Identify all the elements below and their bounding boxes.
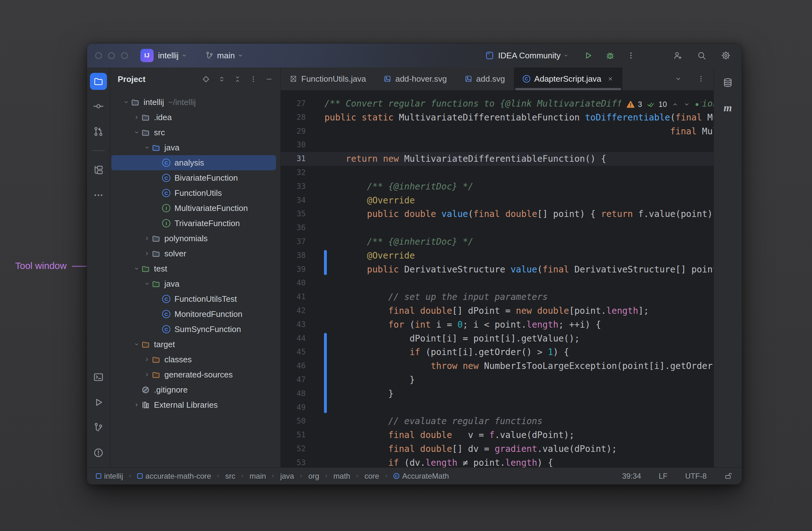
tree-open-chevron-icon[interactable] — [142, 144, 152, 151]
tree-item-functionutils[interactable]: CFunctionUtils — [111, 186, 276, 201]
commit-tool-button[interactable] — [91, 99, 105, 113]
tree-item-label: MonitoredFunction — [174, 309, 242, 319]
tree-item-src[interactable]: src — [111, 125, 276, 140]
tree-open-chevron-icon[interactable] — [132, 265, 141, 272]
project-tool-button[interactable] — [90, 73, 107, 90]
collapse-all-button[interactable] — [234, 75, 241, 83]
tree-item-multivariatefunction[interactable]: IMultivariateFunction — [111, 201, 276, 216]
terminal-tool-button[interactable] — [91, 370, 105, 384]
tree-item-java[interactable]: java — [111, 276, 276, 291]
maven-tool-button[interactable]: m — [721, 101, 735, 115]
next-problem-button[interactable] — [683, 101, 690, 108]
code-line-40 — [303, 276, 714, 290]
hide-panel-button[interactable] — [265, 75, 273, 83]
breadcrumb-separator-icon — [128, 473, 133, 479]
terminal-icon — [93, 372, 104, 383]
hidden-tabs-chevron-icon[interactable] — [675, 75, 682, 83]
inspections-widget[interactable]: 3 10 — [621, 98, 701, 111]
tree-item-polynomials[interactable]: polynomials — [111, 231, 276, 246]
tree-item-classes[interactable]: classes — [111, 352, 276, 367]
tree-closed-chevron-icon[interactable] — [142, 356, 152, 363]
tree-item--gitignore[interactable]: .gitignore — [111, 382, 276, 397]
run-tool-button[interactable] — [91, 395, 105, 409]
search-everywhere-button[interactable] — [697, 51, 706, 60]
previous-problem-button[interactable] — [672, 101, 679, 108]
tree-item-target[interactable]: target — [111, 337, 276, 352]
main-area: Project intellij~/intellij.ideasrcjavaCa… — [87, 68, 742, 467]
database-icon — [722, 77, 733, 88]
tree-item-external-libraries[interactable]: External Libraries — [111, 397, 276, 412]
expand-all-button[interactable] — [218, 75, 226, 83]
window-zoom-button[interactable] — [121, 52, 128, 59]
breadcrumb-separator-icon — [354, 473, 360, 479]
window-minimize-button[interactable] — [108, 52, 115, 59]
intellij-logo-icon: IJ — [140, 49, 154, 62]
tab-add-svg[interactable]: add.svg — [456, 68, 514, 90]
tab-adapterscript-java[interactable]: CAdapterScript.java — [514, 68, 622, 90]
tree-item-intellij[interactable]: intellij~/intellij — [111, 94, 276, 110]
debug-button[interactable] — [605, 51, 615, 60]
settings-gear-button[interactable] — [721, 50, 731, 61]
breadcrumbs: intellijaccurate-math-coresrcmainjavaorg… — [96, 472, 449, 481]
tree-open-chevron-icon[interactable] — [121, 99, 131, 105]
pull-request-icon — [93, 126, 104, 137]
tree-open-chevron-icon[interactable] — [132, 129, 141, 136]
breadcrumb-accuratemath[interactable]: CAccurateMath — [393, 472, 449, 481]
tree-item-functionutilstest[interactable]: CFunctionUtilsTest — [111, 291, 276, 307]
run-configuration-selector[interactable]: IDEA Community — [485, 51, 569, 61]
tree-item-solver[interactable]: solver — [111, 246, 276, 261]
breadcrumb-java[interactable]: java — [280, 472, 294, 481]
breadcrumb-org[interactable]: org — [308, 472, 319, 481]
file-encoding[interactable]: UTF-8 — [685, 472, 707, 481]
tab-add-hover-svg[interactable]: add-hover.svg — [375, 68, 455, 90]
tree-item-test[interactable]: test — [111, 261, 276, 276]
tab-functionutils-java[interactable]: FunctionUtils.java — [281, 68, 375, 90]
tree-open-chevron-icon[interactable] — [142, 281, 152, 287]
tree-closed-chevron-icon[interactable] — [132, 402, 141, 408]
project-tree: intellij~/intellij.ideasrcjavaCanalysisC… — [110, 91, 280, 412]
more-tool-windows-button[interactable] — [91, 188, 105, 202]
add-user-button[interactable] — [673, 51, 682, 60]
breadcrumb-main[interactable]: main — [249, 472, 266, 481]
code-line-33: /** {@inheritDoc} */ — [303, 180, 714, 194]
tree-item-trivariatefunction[interactable]: ITrivariateFunction — [111, 216, 276, 231]
more-actions-button[interactable] — [627, 51, 635, 60]
tree-item-bivariatefunction[interactable]: CBivariateFunction — [111, 170, 276, 186]
breadcrumb-core[interactable]: core — [364, 472, 379, 481]
code-line-36 — [303, 221, 714, 235]
tree-item-analysis[interactable]: Canalysis — [111, 155, 276, 170]
tree-closed-chevron-icon[interactable] — [142, 371, 152, 378]
tree-item-generated-sources[interactable]: generated-sources — [111, 367, 276, 382]
tree-item-monitoredfunction[interactable]: CMonitoredFunction — [111, 307, 276, 322]
problems-tool-button[interactable] — [91, 446, 105, 460]
pull-requests-tool-button[interactable] — [91, 124, 105, 138]
unlock-icon[interactable] — [724, 472, 733, 480]
database-tool-button[interactable] — [721, 76, 735, 90]
tree-closed-chevron-icon[interactable] — [142, 235, 152, 241]
breadcrumb-math[interactable]: math — [333, 472, 350, 481]
chevron-down-icon — [237, 52, 244, 59]
project-widget[interactable]: intellij — [154, 51, 187, 61]
code-editor[interactable]: 3 10 27282930313233343536373839404142434… — [281, 90, 714, 467]
panel-options-button[interactable] — [249, 75, 257, 83]
breadcrumb-intellij[interactable]: intellij — [96, 472, 123, 481]
tree-open-chevron-icon[interactable] — [132, 341, 141, 348]
run-button[interactable] — [583, 51, 593, 60]
close-tab-icon[interactable] — [607, 76, 613, 82]
tab-options-button[interactable] — [697, 75, 705, 83]
line-separator[interactable]: LF — [659, 472, 668, 481]
breadcrumb-src[interactable]: src — [225, 472, 235, 481]
tree-item-java[interactable]: java — [111, 140, 276, 155]
tree-item-label: target — [154, 340, 175, 349]
structure-tool-button[interactable] — [91, 163, 105, 177]
window-close-button[interactable] — [95, 52, 102, 59]
tree-closed-chevron-icon[interactable] — [142, 250, 152, 257]
tree-closed-chevron-icon[interactable] — [132, 114, 141, 120]
locate-file-button[interactable] — [202, 75, 210, 83]
caret-position[interactable]: 39:34 — [622, 472, 641, 481]
tree-item-sumsyncfunction[interactable]: CSumSyncFunction — [111, 322, 276, 337]
vcs-branch-widget[interactable]: main — [205, 51, 244, 61]
git-tool-button[interactable] — [91, 421, 105, 434]
breadcrumb-accurate-math-core[interactable]: accurate-math-core — [137, 472, 211, 481]
tree-item--idea[interactable]: .idea — [111, 110, 276, 125]
